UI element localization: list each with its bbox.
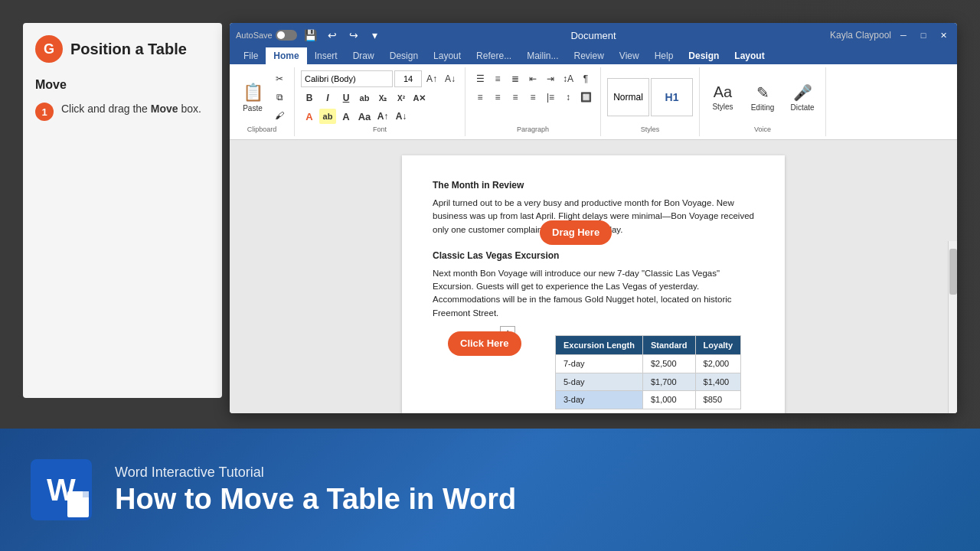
strikethrough-button[interactable]: ab <box>356 90 373 106</box>
sort-button[interactable]: ↕A <box>560 70 577 87</box>
scrollbar-thumb[interactable] <box>949 249 957 295</box>
table-row: 5-day $1,700 $1,400 <box>556 373 741 391</box>
increase-font-button[interactable]: A↑ <box>423 70 440 87</box>
text-color-button[interactable]: A <box>301 109 318 124</box>
tab-design[interactable]: Design <box>382 47 426 64</box>
line-spacing-button[interactable]: ↕ <box>560 89 577 106</box>
highlight-button[interactable]: ab <box>319 109 336 124</box>
table-header-loyalty: Loyalty <box>695 335 741 355</box>
tab-home[interactable]: Home <box>266 47 306 64</box>
document-page: Drag Here The Month in Review April turn… <box>402 155 785 413</box>
document-scrollbar[interactable] <box>948 241 957 413</box>
editing-button[interactable]: ✎ Editing <box>746 76 779 119</box>
show-formatting-button[interactable]: ¶ <box>577 70 594 87</box>
tab-mailings[interactable]: Mailin... <box>519 47 566 64</box>
decrease-font-button[interactable]: A↓ <box>442 70 459 87</box>
tab-draw[interactable]: Draw <box>345 47 382 64</box>
paste-icon: 📋 <box>243 83 263 103</box>
heading1-style[interactable]: H1 <box>651 78 693 116</box>
autosave-toggle[interactable] <box>276 30 297 41</box>
font-name-input[interactable] <box>301 70 393 87</box>
instruction-row: 1 Click and drag the Move box. <box>35 101 210 121</box>
bottom-subtitle: Word Interactive Tutorial <box>115 465 516 481</box>
instruction-text: Click and drag the Move box. <box>61 101 201 117</box>
close-button[interactable]: ✕ <box>936 28 951 43</box>
normal-style[interactable]: Normal <box>607 78 649 116</box>
tab-view[interactable]: View <box>612 47 647 64</box>
align-left-button[interactable]: ≡ <box>472 89 488 106</box>
click-here-button[interactable]: Click Here <box>448 331 521 356</box>
tab-layout[interactable]: Layout <box>426 47 469 64</box>
bottom-title: How to Move a Table in Word <box>115 484 516 516</box>
screen-area: G Position a Table Move 1 Click and drag… <box>0 0 980 429</box>
bullets-button[interactable]: ☰ <box>472 70 488 87</box>
font-color-button2[interactable]: A <box>338 109 354 124</box>
table-header-standard: Standard <box>642 335 695 355</box>
document-table: Excursion Length Standard Loyalty 7-day … <box>555 335 741 409</box>
column-break-button[interactable]: |≡ <box>542 89 559 106</box>
tab-review[interactable]: Review <box>566 47 611 64</box>
panel-header: G Position a Table <box>35 35 210 63</box>
justify-button[interactable]: ≡ <box>524 89 541 106</box>
section-label: Move <box>35 78 210 92</box>
subscript-button[interactable]: X₂ <box>374 90 391 106</box>
save-icon[interactable]: 💾 <box>303 28 318 43</box>
minimize-button[interactable]: ─ <box>896 28 911 43</box>
dictate-button[interactable]: 🎤 Dictate <box>786 76 819 119</box>
table-container: ✛ Excursion Length Standard Loyalty <box>509 335 754 409</box>
tab-table-design[interactable]: Design <box>681 47 727 64</box>
styles-label: Styles <box>641 124 660 133</box>
cut-button[interactable]: ✂ <box>271 70 288 87</box>
editing-voice-group: Aa Styles ✎ Editing 🎤 Dictate Voice <box>700 67 826 136</box>
italic-button[interactable]: I <box>319 90 336 106</box>
redo-icon[interactable]: ↪ <box>346 28 361 43</box>
numbering-button[interactable]: ≡ <box>489 70 506 87</box>
maximize-button[interactable]: □ <box>916 28 931 43</box>
word-logo: W <box>31 459 92 520</box>
styles-content: Normal H1 <box>607 70 693 124</box>
indent-button[interactable]: ⇥ <box>542 70 559 87</box>
dictate-icon: 🎤 <box>793 83 812 102</box>
underline-button[interactable]: U <box>338 90 354 106</box>
font-controls: A↑ A↓ B I U ab X₂ X² A✕ <box>301 70 459 124</box>
table-cell-excursion-2: 5-day <box>556 373 643 391</box>
tab-insert[interactable]: Insert <box>307 47 345 64</box>
tab-references[interactable]: Refere... <box>469 47 519 64</box>
font-size-aa-button[interactable]: Aa <box>356 109 373 124</box>
align-center-button[interactable]: ≡ <box>489 89 506 106</box>
grammarly-logo: G <box>35 35 63 63</box>
table-cell-standard-1: $2,500 <box>642 355 695 373</box>
table-cell-excursion-1: 7-day <box>556 355 643 373</box>
document-title: Document <box>570 30 616 41</box>
bottom-section: W Word Interactive Tutorial How to Move … <box>0 429 980 551</box>
font-size-input[interactable] <box>394 70 422 87</box>
superscript-button[interactable]: X² <box>393 90 410 106</box>
drag-here-button[interactable]: Drag Here <box>540 220 612 245</box>
tab-help[interactable]: Help <box>647 47 681 64</box>
tab-table-layout[interactable]: Layout <box>727 47 772 64</box>
align-right-button[interactable]: ≡ <box>507 89 524 106</box>
font-size-dn-button[interactable]: A↓ <box>393 109 410 124</box>
tab-file[interactable]: File <box>236 47 266 64</box>
customize-icon[interactable]: ▾ <box>368 28 383 43</box>
shading-button[interactable]: 🔲 <box>577 89 594 106</box>
multilevel-button[interactable]: ≣ <box>507 70 524 87</box>
editing-icon: ✎ <box>756 83 769 102</box>
styles-icon: Aa <box>714 83 732 101</box>
format-painter-button[interactable]: 🖌 <box>271 107 288 124</box>
styles-button[interactable]: Aa Styles <box>706 76 740 119</box>
outdent-button[interactable]: ⇤ <box>524 70 541 87</box>
table-row: 7-day $2,500 $2,000 <box>556 355 741 373</box>
undo-icon[interactable]: ↩ <box>325 28 340 43</box>
paragraph-label: Paragraph <box>517 124 549 133</box>
table-cell-loyalty-3: $850 <box>695 391 741 409</box>
clear-format-button[interactable]: A✕ <box>411 90 428 106</box>
clipboard-label: Clipboard <box>247 124 277 133</box>
bold-button[interactable]: B <box>301 90 318 106</box>
font-group: A↑ A↓ B I U ab X₂ X² A✕ <box>295 67 466 136</box>
font-color-row: A ab A Aa A↑ A↓ <box>301 109 410 124</box>
paste-button[interactable]: 📋 Paste <box>236 76 270 119</box>
doc-heading-2: Classic Las Vegas Excursion <box>433 249 754 262</box>
font-size-up-button[interactable]: A↑ <box>374 109 391 124</box>
copy-button[interactable]: ⧉ <box>271 89 288 106</box>
